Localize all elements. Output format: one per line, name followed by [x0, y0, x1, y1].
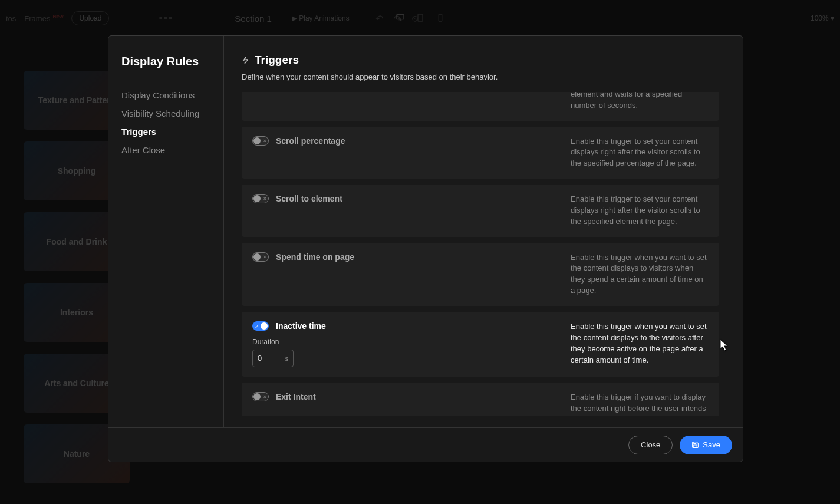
- trigger-toggle[interactable]: ×✓: [252, 252, 269, 262]
- nav-item-visibility-scheduling[interactable]: Visibility Scheduling: [121, 104, 210, 123]
- save-button-label: Save: [703, 440, 720, 449]
- trigger-title: Exit Intent: [276, 392, 316, 401]
- trigger-toggle[interactable]: ×✓: [252, 321, 269, 331]
- modal-sidebar: Display Rules Display ConditionsVisibili…: [108, 36, 224, 427]
- section-title-text: Triggers: [255, 54, 299, 67]
- trigger-card-left: [252, 92, 547, 111]
- trigger-card-head: ×✓Exit Intent: [252, 392, 547, 401]
- trigger-description: Enable this trigger to set your content …: [571, 194, 709, 228]
- section-title: Triggers: [242, 54, 725, 67]
- trigger-card-exit-intent: ×✓Exit IntentEnable this trigger if you …: [242, 383, 719, 416]
- trigger-card-spend-time: ×✓Spend time on pageEnable this trigger …: [242, 243, 719, 306]
- trigger-title: Scroll percentage: [276, 136, 345, 146]
- nav-item-display-conditions[interactable]: Display Conditions: [121, 86, 210, 104]
- trigger-title: Inactive time: [276, 321, 326, 331]
- trigger-card-left: ×✓Scroll percentage: [252, 136, 547, 170]
- trigger-toggle[interactable]: ×✓: [252, 194, 269, 203]
- duration-label: Duration: [252, 338, 547, 346]
- display-rules-modal: Display Rules Display ConditionsVisibili…: [108, 35, 743, 462]
- trigger-card-scroll-element: ×✓Scroll to elementEnable this trigger t…: [242, 185, 719, 237]
- trigger-toggle[interactable]: ×✓: [252, 136, 269, 146]
- trigger-list-container: display after a visitor hovers over an e…: [242, 92, 725, 416]
- save-button[interactable]: Save: [680, 436, 732, 454]
- lightning-icon: [242, 55, 250, 65]
- trigger-card-head: ×✓Spend time on page: [252, 252, 547, 262]
- modal-nav-list: Display ConditionsVisibility SchedulingT…: [121, 86, 210, 159]
- modal-footer: Close Save: [108, 427, 743, 462]
- trigger-scroll[interactable]: display after a visitor hovers over an e…: [242, 92, 725, 416]
- nav-item-triggers[interactable]: Triggers: [121, 123, 210, 141]
- duration-unit: s: [285, 355, 289, 362]
- close-button[interactable]: Close: [628, 436, 673, 454]
- trigger-card-left: ×✓Exit Intent: [252, 392, 547, 416]
- modal-content: Triggers Define when your content should…: [224, 36, 743, 427]
- duration-input[interactable]: [258, 354, 275, 363]
- trigger-description: Enable this trigger when you want to set…: [571, 321, 709, 367]
- nav-item-after-close[interactable]: After Close: [121, 141, 210, 159]
- duration-input-wrapper: s: [252, 350, 294, 367]
- trigger-title: Spend time on page: [276, 252, 354, 262]
- trigger-card-head: ×✓Scroll to element: [252, 194, 547, 203]
- close-button-label: Close: [641, 440, 660, 449]
- trigger-card-hover: display after a visitor hovers over an e…: [242, 92, 719, 121]
- section-subtitle: Define when your content should appear t…: [242, 73, 725, 81]
- trigger-card-left: ×✓Scroll to element: [252, 194, 547, 228]
- trigger-card-scroll-percentage: ×✓Scroll percentageEnable this trigger t…: [242, 127, 719, 179]
- content-header: Triggers Define when your content should…: [242, 54, 725, 81]
- trigger-card-inactive-time: ×✓Inactive timeDurationsEnable this trig…: [242, 312, 719, 377]
- trigger-description: Enable this trigger if you want to displ…: [571, 392, 709, 416]
- mouse-cursor: [720, 340, 729, 351]
- duration-block: Durations: [252, 338, 547, 367]
- trigger-description: Enable this trigger when you want to set…: [571, 252, 709, 297]
- trigger-card-head: ×✓Scroll percentage: [252, 136, 547, 146]
- trigger-card-left: ×✓Spend time on page: [252, 252, 547, 297]
- trigger-description: display after a visitor hovers over an e…: [571, 92, 709, 111]
- trigger-title: Scroll to element: [276, 194, 342, 203]
- modal-title: Display Rules: [121, 55, 210, 68]
- trigger-toggle[interactable]: ×✓: [252, 392, 269, 401]
- trigger-description: Enable this trigger to set your content …: [571, 136, 709, 170]
- trigger-card-head: ×✓Inactive time: [252, 321, 547, 331]
- trigger-card-left: ×✓Inactive timeDurations: [252, 321, 547, 367]
